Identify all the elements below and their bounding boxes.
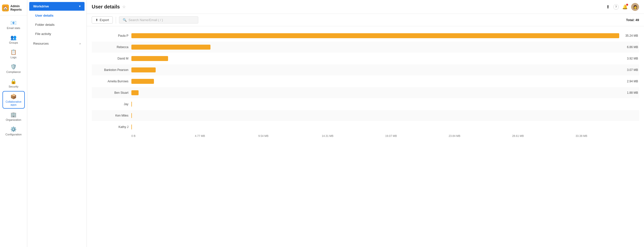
table-row: Kathy J	[92, 122, 639, 132]
bar-value: 3.07 MB	[627, 68, 639, 72]
main-content: User details ☆ ⬆ ? 🔔 👩 ⬆ Export 🔍 Search…	[87, 0, 644, 247]
bar	[132, 45, 210, 50]
bar	[132, 113, 132, 118]
row-label: Rebecca	[92, 46, 132, 49]
search-box[interactable]: 🔍 Search Name/Email ( / )	[119, 16, 198, 24]
x-axis-label: 23.84 MB	[449, 134, 512, 138]
star-icon[interactable]: ☆	[122, 4, 126, 9]
notification-dot	[626, 4, 628, 6]
submenu-resources[interactable]: Resources ›	[29, 39, 84, 48]
export-button[interactable]: ⬆ Export	[92, 16, 113, 24]
bar-container: 3.92 MB	[132, 53, 639, 64]
sidebar-item-label-configuration: Configuration	[6, 133, 22, 136]
page-title: User details	[92, 4, 120, 10]
topbar-left: User details ☆	[92, 4, 126, 10]
sidebar-item-email-stats[interactable]: 📧 Email stats	[2, 18, 25, 32]
toolbar-divider	[116, 16, 116, 24]
app-logo-icon: 🏠	[2, 4, 9, 12]
bar-container: 3.07 MB	[132, 64, 639, 76]
export-icon: ⬆	[96, 18, 98, 22]
app-logo-header: 🏠 Admin Reports	[0, 2, 27, 16]
sidebar-item-organization[interactable]: 🏢 Organization	[2, 110, 25, 123]
chevron-down-icon: ▾	[79, 5, 80, 8]
sidebar-item-collaborative-apps[interactable]: 📦 Collaborative apps	[2, 91, 25, 108]
bar-container	[132, 110, 639, 121]
bar-chart: Paula P 35.24 MB Rebecca 6.86 MB David M…	[92, 30, 639, 132]
groups-icon: 👥	[10, 34, 16, 40]
configuration-icon: ⚙️	[10, 126, 16, 132]
sidebar-item-label-email-stats: Email stats	[7, 26, 20, 30]
topbar: User details ☆ ⬆ ? 🔔 👩	[87, 0, 644, 14]
sidebar-item-label-security: Security	[9, 85, 18, 88]
bar-container: 35.24 MB	[132, 30, 639, 41]
sidebar-item-label-logs: Logs	[11, 56, 16, 59]
resources-label: Resources	[33, 42, 48, 46]
export-label: Export	[100, 18, 109, 22]
bar-container	[132, 122, 639, 132]
organization-icon: 🏢	[10, 112, 16, 118]
sidebar-item-label-organization: Organization	[6, 118, 21, 121]
bar-container: 6.86 MB	[132, 42, 639, 52]
bar-value: 3.92 MB	[627, 57, 639, 60]
bar	[132, 102, 132, 107]
table-row: Bankston Pearson 3.07 MB	[92, 64, 639, 76]
x-axis-label: 28.61 MB	[512, 134, 576, 138]
submenu-panel: Workdrive ▾ User details Folder details …	[27, 0, 87, 247]
sidebar-item-compliance[interactable]: 🛡️ Compliance	[2, 62, 25, 76]
toolbar: ⬆ Export 🔍 Search Name/Email ( / ) Total…	[87, 14, 644, 26]
chevron-right-icon: ›	[80, 42, 80, 46]
topbar-right: ⬆ ? 🔔 👩	[606, 3, 639, 11]
avatar[interactable]: 👩	[631, 3, 639, 11]
sidebar-item-groups[interactable]: 👥 Groups	[2, 32, 25, 46]
x-axis-label: 4.77 MB	[195, 134, 258, 138]
bar	[132, 79, 154, 84]
sidebar-item-label-compliance: Compliance	[6, 70, 20, 74]
table-row: Jay	[92, 99, 639, 110]
row-label: David M	[92, 57, 132, 60]
sidebar-item-logs[interactable]: 📋 Logs	[2, 47, 25, 61]
sidebar: 🏠 Admin Reports 📧 Email stats 👥 Groups 📋…	[0, 0, 27, 247]
sidebar-item-security[interactable]: 🔒 Security	[2, 76, 25, 90]
search-icon: 🔍	[123, 18, 127, 22]
logs-icon: 📋	[10, 49, 16, 55]
table-row: David M 3.92 MB	[92, 53, 639, 64]
bar-value: 2.94 MB	[627, 80, 639, 83]
bar-container	[132, 99, 639, 110]
row-label: Jay	[92, 102, 132, 106]
row-label: Amelia Burrows	[92, 80, 132, 83]
x-axis: 0 B4.77 MB9.54 MB14.31 MB19.07 MB23.84 M…	[132, 133, 639, 138]
row-label: Bankston Pearson	[92, 68, 132, 72]
sidebar-item-label-collaborative-apps: Collaborative apps	[4, 100, 23, 106]
x-axis-label: 9.54 MB	[258, 134, 322, 138]
table-row: Ben Stuart 1.88 MB	[92, 87, 639, 98]
submenu-group-workdrive: Workdrive ▾ User details Folder details …	[27, 2, 86, 38]
row-label: Paula P	[92, 34, 132, 38]
table-row: Amelia Burrows 2.94 MB	[92, 76, 639, 87]
bar-value: 1.88 MB	[627, 91, 639, 94]
row-label: Ben Stuart	[92, 91, 132, 94]
email-stats-icon: 📧	[10, 20, 16, 26]
submenu-item-user-details[interactable]: User details	[29, 11, 84, 20]
x-axis-label: 33.38 MB	[576, 134, 639, 138]
x-axis-label: 19.07 MB	[385, 134, 449, 138]
chart-area: ⊞ ⛶ ⬆ Paula P 35.24 MB Rebecca 6.86 MB D…	[87, 26, 644, 247]
submenu-item-folder-details[interactable]: Folder details	[29, 20, 84, 29]
table-row: Rebecca 6.86 MB	[92, 42, 639, 52]
bar-container: 1.88 MB	[132, 87, 639, 98]
collaborative-apps-icon: 📦	[10, 94, 16, 100]
bar	[132, 124, 132, 130]
sidebar-item-configuration[interactable]: ⚙️ Configuration	[2, 124, 25, 138]
chart-wrapper: ⊞ ⛶ ⬆ Paula P 35.24 MB Rebecca 6.86 MB D…	[92, 30, 639, 138]
sidebar-item-label-groups: Groups	[9, 41, 18, 44]
bar	[132, 90, 138, 95]
upload-icon[interactable]: ⬆	[606, 4, 610, 10]
workdrive-group-header[interactable]: Workdrive ▾	[29, 2, 84, 11]
compliance-icon: 🛡️	[10, 64, 16, 70]
table-row: Paula P 35.24 MB	[92, 30, 639, 41]
submenu-item-file-activity[interactable]: File activity	[29, 30, 84, 38]
help-icon[interactable]: ?	[613, 4, 619, 10]
row-label: Ken Miles	[92, 114, 132, 117]
app-title: Admin Reports	[10, 4, 25, 12]
table-row: Ken Miles	[92, 110, 639, 121]
bell-icon[interactable]: 🔔	[622, 4, 628, 10]
